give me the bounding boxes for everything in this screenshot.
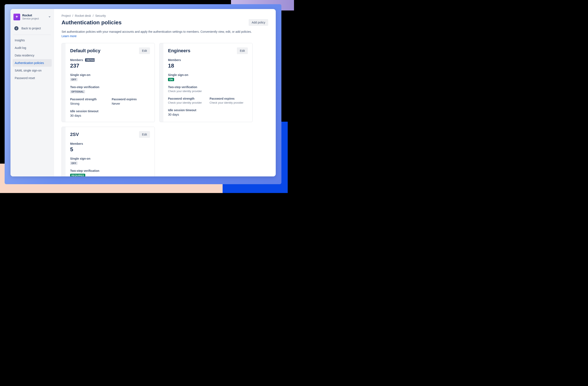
pw-expires-note: Check your identity provider bbox=[210, 101, 248, 104]
pw-strength-value: Strong bbox=[70, 102, 108, 105]
tsv-status-badge: OPTIONAL bbox=[70, 90, 85, 93]
members-count: 18 bbox=[168, 62, 248, 69]
members-label: Members bbox=[70, 142, 150, 145]
edit-button[interactable]: Edit bbox=[237, 47, 248, 54]
arrow-left-icon bbox=[14, 26, 19, 30]
members-count: 5 bbox=[70, 146, 150, 153]
sso-status-badge: OFF bbox=[70, 78, 78, 81]
pw-strength-label: Password strength bbox=[70, 97, 108, 101]
tsv-note: Check your identity provider bbox=[168, 90, 248, 93]
main-content: Project / Rocket desk / Security Authent… bbox=[54, 9, 276, 176]
policy-title: Default policy bbox=[70, 48, 100, 54]
edit-button[interactable]: Edit bbox=[139, 131, 150, 138]
page-description: Set authentication policies with your ma… bbox=[62, 30, 255, 39]
sidebar-nav: Insights Audit log Data residency Authen… bbox=[10, 37, 54, 82]
project-name: Rocket bbox=[22, 14, 48, 17]
project-subtitle: Service project bbox=[22, 17, 48, 20]
learn-more-link[interactable]: Learn more bbox=[62, 34, 77, 38]
policy-card-2sv: 2SV Edit Members 5 Single sign-on OFF Tw… bbox=[62, 127, 155, 176]
policy-card-default: Default policy Edit Members DEFAU 237 Si… bbox=[62, 43, 155, 122]
nav-password-reset[interactable]: Password reset bbox=[13, 74, 52, 82]
pw-expires-label: Password expires bbox=[112, 97, 150, 101]
nav-data-residency[interactable]: Data residency bbox=[13, 52, 52, 59]
nav-insights[interactable]: Insights bbox=[13, 37, 52, 44]
sso-status-badge: ON bbox=[168, 78, 174, 81]
sso-label: Single sign-on bbox=[168, 73, 248, 77]
tsv-status-badge: REQUIRED bbox=[70, 174, 85, 176]
default-badge: DEFAU bbox=[85, 58, 95, 62]
pw-expires-label: Password expires bbox=[210, 97, 248, 100]
edit-button[interactable]: Edit bbox=[139, 47, 150, 54]
back-to-project-link[interactable]: Back to project bbox=[10, 24, 54, 35]
nav-audit-log[interactable]: Audit log bbox=[13, 44, 52, 52]
members-count: 237 bbox=[70, 62, 150, 69]
idle-value: 30 days bbox=[168, 113, 248, 116]
pw-strength-label: Password strength bbox=[168, 97, 206, 100]
nav-saml-sso[interactable]: SAML single sign-on bbox=[13, 67, 52, 74]
policy-card-engineers: Engineers Edit Members 18 Single sign-on… bbox=[159, 43, 253, 122]
tsv-label: Two-step verification bbox=[70, 85, 150, 89]
svg-point-0 bbox=[15, 18, 16, 19]
rocket-icon bbox=[13, 14, 20, 20]
app-window: Rocket Service project Back to project I… bbox=[10, 9, 276, 176]
nav-authentication-policies[interactable]: Authentication policies bbox=[13, 59, 52, 67]
back-label: Back to project bbox=[21, 27, 41, 30]
idle-value: 30 days bbox=[70, 114, 150, 117]
divider bbox=[13, 35, 51, 35]
breadcrumb: Project / Rocket desk / Security bbox=[62, 14, 268, 18]
policy-title: Engineers bbox=[168, 48, 190, 54]
breadcrumb-security[interactable]: Security bbox=[95, 14, 106, 18]
chevron-down-icon bbox=[48, 15, 51, 19]
idle-label: Idle session timeout bbox=[168, 108, 248, 112]
breadcrumb-desk[interactable]: Rocket desk bbox=[75, 14, 91, 18]
add-policy-button[interactable]: Add policy bbox=[249, 19, 268, 26]
svg-point-1 bbox=[18, 16, 18, 16]
pw-expires-value: Never bbox=[112, 102, 150, 105]
sso-label: Single sign-on bbox=[70, 157, 150, 160]
tsv-label: Two-step verification bbox=[168, 85, 248, 89]
sso-label: Single sign-on bbox=[70, 73, 150, 77]
page-title: Authentication policies bbox=[62, 19, 122, 26]
sso-status-badge: OFF bbox=[70, 161, 78, 165]
idle-label: Idle session timeout bbox=[70, 110, 150, 113]
members-label: Members bbox=[168, 58, 248, 62]
policy-cards: Default policy Edit Members DEFAU 237 Si… bbox=[62, 43, 253, 176]
project-switcher[interactable]: Rocket Service project bbox=[10, 12, 54, 24]
tsv-label: Two-step verification bbox=[70, 169, 150, 173]
pw-strength-note: Check your identity provider bbox=[168, 101, 206, 104]
sidebar: Rocket Service project Back to project I… bbox=[10, 9, 54, 176]
breadcrumb-project[interactable]: Project bbox=[62, 14, 71, 18]
members-label: Members bbox=[70, 58, 83, 62]
policy-title: 2SV bbox=[70, 132, 79, 137]
